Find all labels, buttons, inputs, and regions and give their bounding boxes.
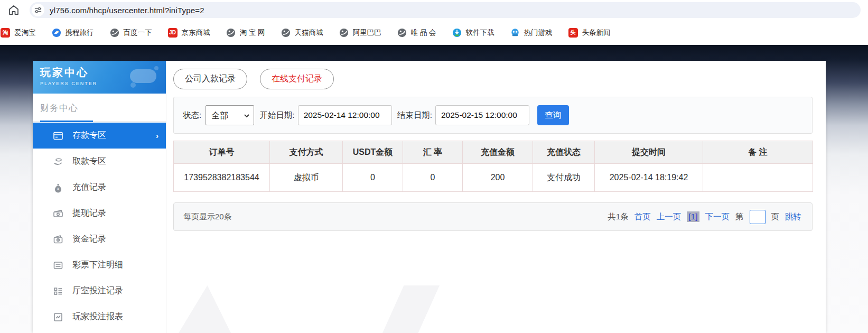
cell-submit-time: 2025-02-14 18:19:42 <box>595 164 703 192</box>
sidebar-item-label: 厅室投注记录 <box>72 285 123 297</box>
sidebar-item-label: 玩家投注报表 <box>72 311 123 322</box>
col-exchange-rate: 汇 率 <box>403 141 463 164</box>
ctrip-icon <box>52 28 61 38</box>
end-date-input[interactable] <box>435 105 529 125</box>
home-icon[interactable] <box>7 4 20 16</box>
site-settings-icon[interactable] <box>32 4 44 16</box>
sidebar-item-label: 资金记录 <box>72 234 106 245</box>
sidebar: 玩家中心 PLAYERS CENTER 财务中心 <box>33 61 166 333</box>
cell-recharge-status: 支付成功 <box>533 164 595 192</box>
cell-remark <box>703 164 813 192</box>
content-area: 公司入款记录 在线支付记录 状态: 全部 开始日期: <box>173 61 813 333</box>
finance-center-label: 财务中心 <box>40 103 78 113</box>
sidebar-item-recharge-records[interactable]: ¥ 充值记录 <box>33 174 166 200</box>
money-bag-icon: ¥ <box>53 182 63 193</box>
start-date-input[interactable] <box>298 105 392 125</box>
cell-pay-method: 虚拟币 <box>270 164 343 192</box>
table-row: 1739528382183544 虚拟币 0 0 200 支付成功 2025-0… <box>174 164 813 192</box>
sidebar-item-label: 彩票下注明细 <box>72 260 123 271</box>
globe-icon <box>339 28 349 38</box>
bookmark-toutiao[interactable]: 头 头条新闻 <box>568 28 611 38</box>
bookmark-aitaobao[interactable]: 淘 爱淘宝 <box>4 28 36 38</box>
col-recharge-status: 充值状态 <box>533 141 595 164</box>
sidebar-item-deposit[interactable]: 存款专区 › <box>33 123 166 149</box>
start-date-label: 开始日期: <box>259 110 294 121</box>
jump-prefix-label: 第 <box>735 211 744 223</box>
pagination-bar: 每页显示20条 共1条 首页 上一页 [1] 下一页 第 页 跳转 <box>173 202 813 231</box>
col-submit-time: 提交时间 <box>595 141 703 164</box>
sidebar-item-hall-bet-records[interactable]: 厅室投注记录 <box>33 278 166 304</box>
download-icon <box>452 28 462 38</box>
address-bar[interactable]: yl756.com/hhcp/usercenter.html?iniType=2 <box>30 2 861 18</box>
bookmark-ctrip[interactable]: 携程旅行 <box>52 28 94 38</box>
sidebar-menu: 存款专区 › 取款专区 ¥ 充值记录 <box>33 123 166 330</box>
cell-usdt-amount: 0 <box>343 164 403 192</box>
gamepad-icon <box>126 65 161 91</box>
globe-icon <box>226 28 236 38</box>
next-page-link[interactable]: 下一页 <box>705 211 730 223</box>
sidebar-item-player-bet-report[interactable]: 玩家投注报表 <box>33 304 166 330</box>
report-icon <box>53 312 63 322</box>
jump-suffix-label: 页 <box>771 211 780 223</box>
page-size-label: 每页显示20条 <box>183 212 232 222</box>
finance-center-section: 财务中心 <box>33 94 166 122</box>
sidebar-item-withdraw[interactable]: 取款专区 <box>33 149 166 174</box>
bookmark-baidu[interactable]: 百度一下 <box>110 28 152 38</box>
filter-bar: 状态: 全部 开始日期: 结束日期: 查询 <box>173 97 813 134</box>
col-usdt-amount: USDT金额 <box>343 141 403 164</box>
first-page-link[interactable]: 首页 <box>634 211 651 223</box>
sidebar-item-fund-records[interactable]: 资金记录 <box>33 226 166 252</box>
bookmark-jd[interactable]: JD 京东商城 <box>168 28 210 38</box>
banknote-icon <box>53 208 63 219</box>
game-robot-icon <box>510 28 520 38</box>
record-tabs: 公司入款记录 在线支付记录 <box>173 69 813 89</box>
page-background: 玩家中心 PLAYERS CENTER 财务中心 <box>0 45 868 333</box>
taobao-icon: 淘 <box>1 28 10 38</box>
bookmarks-bar: 淘 爱淘宝 携程旅行 百度一下 JD 京东商城 淘 宝 网 <box>0 20 868 45</box>
wallet-icon <box>53 234 63 245</box>
sidebar-item-label: 提现记录 <box>72 208 106 219</box>
toutiao-icon: 头 <box>568 28 578 38</box>
browser-toolbar: yl756.com/hhcp/usercenter.html?iniType=2 <box>0 0 868 20</box>
col-recharge-amount: 充值金额 <box>463 141 533 164</box>
bookmark-hot-games[interactable]: 热门游戏 <box>510 28 553 38</box>
sidebar-item-lottery-bet-detail[interactable]: 彩票下注明细 <box>33 252 166 278</box>
payment-records-table: 订单号 支付方式 USDT金额 汇 率 充值金额 充值状态 提交时间 备 注 1 <box>173 141 813 192</box>
svg-text:¥: ¥ <box>57 187 59 190</box>
end-date-label: 结束日期: <box>397 110 432 121</box>
table-header-row: 订单号 支付方式 USDT金额 汇 率 充值金额 充值状态 提交时间 备 注 <box>174 141 813 164</box>
deposit-card-icon <box>53 131 63 141</box>
page-jump-input[interactable] <box>750 210 766 224</box>
bookmark-alibaba[interactable]: 阿里巴巴 <box>339 28 381 38</box>
col-order-no: 订单号 <box>174 141 270 164</box>
bookmark-vip[interactable]: 唯 品 会 <box>397 28 436 38</box>
list-detail-icon <box>53 260 63 271</box>
tab-company-deposit-records[interactable]: 公司入款记录 <box>173 69 247 89</box>
withdraw-hand-icon <box>53 156 63 167</box>
sidebar-item-label: 取款专区 <box>72 156 106 167</box>
cell-order-no: 1739528382183544 <box>174 164 270 192</box>
globe-icon <box>110 28 119 38</box>
status-select[interactable]: 全部 <box>206 105 254 125</box>
url-text[interactable]: yl756.com/hhcp/usercenter.html?iniType=2 <box>50 6 204 15</box>
cell-exchange-rate: 0 <box>403 164 463 192</box>
globe-icon <box>397 28 407 38</box>
screen: yl756.com/hhcp/usercenter.html?iniType=2… <box>0 0 868 333</box>
sidebar-item-label: 存款专区 <box>72 130 106 141</box>
bookmark-tmall[interactable]: 天猫商城 <box>281 28 323 38</box>
chevron-right-icon: › <box>156 131 158 140</box>
query-button[interactable]: 查询 <box>537 105 569 125</box>
total-count-label: 共1条 <box>608 211 629 223</box>
col-remark: 备 注 <box>703 141 813 164</box>
cell-recharge-amount: 200 <box>463 164 533 192</box>
sidebar-item-withdrawal-records[interactable]: 提现记录 <box>33 200 166 226</box>
globe-icon <box>281 28 291 38</box>
jump-button[interactable]: 跳转 <box>785 211 801 223</box>
prev-page-link[interactable]: 上一页 <box>657 211 682 223</box>
tab-online-payment-records[interactable]: 在线支付记录 <box>260 69 334 89</box>
bookmark-taobao-wang[interactable]: 淘 宝 网 <box>226 28 265 38</box>
bookmark-software-download[interactable]: 软件下载 <box>452 28 494 38</box>
list-boxes-icon <box>53 286 63 297</box>
status-label: 状态: <box>183 110 201 121</box>
jd-icon: JD <box>168 28 178 38</box>
